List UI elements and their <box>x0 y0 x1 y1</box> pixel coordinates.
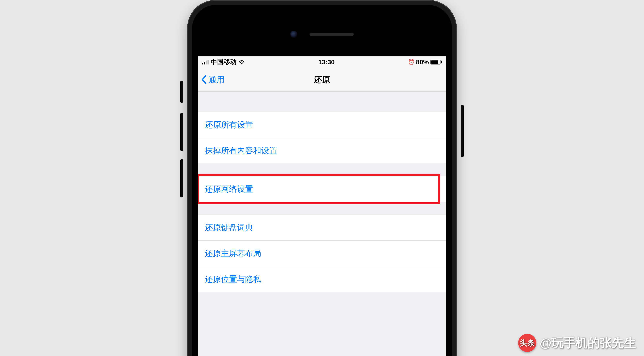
settings-content: 还原所有设置 抹掉所有内容和设置 还原网络设置 还原键盘词典 还原主屏幕布局 <box>198 92 446 292</box>
carrier-label: 中国移动 <box>211 58 236 67</box>
watermark-logo: 头条 <box>518 334 536 352</box>
signal-bars-icon <box>202 60 209 65</box>
phone-screen: 中国移动 13:30 ⏰ 80% <box>198 56 446 356</box>
erase-all-content-row[interactable]: 抹掉所有内容和设置 <box>198 138 446 163</box>
row-label: 还原所有设置 <box>205 120 253 129</box>
reset-network-settings-row[interactable]: 还原网络设置 <box>198 176 446 202</box>
status-time: 13:30 <box>318 58 335 66</box>
phone-bezel: 中国移动 13:30 ⏰ 80% <box>192 5 452 356</box>
wifi-icon <box>238 60 245 65</box>
phone-camera <box>290 31 298 38</box>
phone-mute-switch <box>180 81 183 103</box>
row-label: 抹掉所有内容和设置 <box>205 146 277 155</box>
phone-top-area <box>198 12 446 56</box>
phone-frame: 中国移动 13:30 ⏰ 80% <box>187 0 457 356</box>
row-label: 还原主屏幕布局 <box>205 249 261 258</box>
reset-location-privacy-row[interactable]: 还原位置与隐私 <box>198 266 446 292</box>
navigation-bar: 通用 还原 <box>198 68 446 92</box>
back-button[interactable]: 通用 <box>198 74 228 85</box>
section-spacer <box>198 202 446 215</box>
row-label: 还原键盘词典 <box>205 223 253 232</box>
status-left: 中国移动 <box>202 58 245 67</box>
reset-all-settings-row[interactable]: 还原所有设置 <box>198 112 446 138</box>
battery-percent: 80% <box>416 58 429 66</box>
reset-home-screen-layout-row[interactable]: 还原主屏幕布局 <box>198 241 446 266</box>
section-spacer <box>198 92 446 112</box>
row-label: 还原位置与隐私 <box>205 275 261 283</box>
watermark-logo-text: 头条 <box>520 339 535 347</box>
phone-volume-down <box>180 159 183 198</box>
watermark: 头条 @玩手机的张先生 <box>518 334 636 352</box>
page-title: 还原 <box>314 74 330 85</box>
back-label: 通用 <box>208 74 224 85</box>
status-bar: 中国移动 13:30 ⏰ 80% <box>198 56 446 68</box>
battery-icon <box>430 60 442 65</box>
phone-speaker <box>310 33 354 36</box>
watermark-text: @玩手机的张先生 <box>540 335 636 351</box>
phone-volume-up <box>180 113 183 151</box>
section-spacer <box>198 163 446 176</box>
phone-power-button <box>461 105 464 157</box>
reset-keyboard-dictionary-row[interactable]: 还原键盘词典 <box>198 215 446 241</box>
alarm-icon: ⏰ <box>408 59 414 65</box>
chevron-left-icon <box>201 75 206 84</box>
status-right: ⏰ 80% <box>408 58 442 66</box>
row-label: 还原网络设置 <box>205 185 253 194</box>
